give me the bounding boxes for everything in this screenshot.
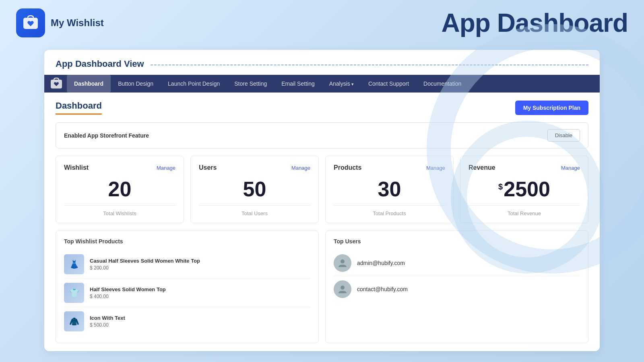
feature-bar-label: Enabled App Storefront Feature	[64, 132, 149, 139]
user-avatar-icon-2	[337, 284, 348, 295]
product-info-2: Half Sleeves Solid Women Top $ 400.00	[90, 286, 310, 299]
stat-card-products: Products Manage 30 Total Products	[325, 156, 454, 223]
svg-point-2	[341, 259, 345, 263]
product-name-2: Half Sleeves Solid Women Top	[90, 286, 310, 292]
card-header-title: App Dashboard View	[56, 59, 144, 69]
brand-logo-icon	[22, 14, 39, 31]
nav-item-contact-support[interactable]: Contact Support	[361, 75, 416, 93]
user-avatar-1	[334, 254, 351, 272]
subscription-plan-button[interactable]: My Subscription Plan	[515, 101, 588, 115]
product-info-1: Casual Half Sleeves Solid Women White To…	[90, 258, 310, 271]
brand-name: My Wishlist	[51, 17, 104, 29]
nav-item-button-design[interactable]: Button Design	[111, 75, 161, 93]
feature-bar: Enabled App Storefront Feature Disable	[56, 122, 588, 148]
stat-card-header-wishlist: Wishlist Manage	[64, 164, 175, 171]
top-users-title: Top Users	[334, 238, 580, 245]
nav-item-launch-point[interactable]: Launch Point Design	[161, 75, 227, 93]
top-header: My Wishlist App Dashboard	[0, 0, 644, 46]
stat-divider-wishlist	[64, 205, 175, 206]
brand-logo	[16, 8, 45, 37]
nav-item-documentation[interactable]: Documentation	[416, 75, 469, 93]
nav-item-store-setting[interactable]: Store Setting	[227, 75, 274, 93]
top-wishlist-products-title: Top Wishlist Products	[64, 238, 310, 245]
nav-item-analysis[interactable]: Analysis	[322, 75, 361, 93]
stats-grid: Wishlist Manage 20 Total Wishlists Users…	[56, 156, 588, 223]
navbar-logo-icon	[50, 77, 63, 90]
stat-manage-users[interactable]: Manage	[291, 165, 310, 171]
user-item-1: admin@hubify.com	[334, 250, 580, 276]
product-item-3: 🧥 Icon With Text $ 500.00	[64, 307, 310, 335]
top-wishlist-products-card: Top Wishlist Products 👗 Casual Half Slee…	[56, 230, 319, 343]
navbar-logo	[47, 75, 65, 93]
product-thumb-1: 👗	[64, 254, 84, 274]
dashboard-title: Dashboard	[56, 101, 102, 115]
user-email-1: admin@hubify.com	[357, 260, 405, 266]
product-price-3: $ 500.00	[90, 322, 310, 328]
product-item-2: 👕 Half Sleeves Solid Women Top $ 400.00	[64, 279, 310, 307]
stat-card-header-revenue: Revenue Manage	[469, 164, 580, 171]
dashboard-title-row: Dashboard My Subscription Plan	[56, 101, 588, 115]
stat-label-revenue: Total Revenue	[469, 210, 580, 216]
product-thumb-2: 👕	[64, 283, 84, 303]
product-name-3: Icon With Text	[90, 315, 310, 321]
nav-item-email-setting[interactable]: Email Setting	[274, 75, 322, 93]
bottom-grid: Top Wishlist Products 👗 Casual Half Slee…	[56, 230, 588, 343]
stat-title-products: Products	[334, 164, 361, 171]
product-name-1: Casual Half Sleeves Solid Women White To…	[90, 258, 310, 264]
stat-manage-wishlist[interactable]: Manage	[157, 165, 175, 171]
stat-label-wishlist: Total Wishlists	[64, 210, 175, 216]
user-email-2: contact@hubify.com	[357, 286, 408, 292]
user-avatar-icon-1	[337, 257, 348, 269]
brand: My Wishlist	[16, 8, 104, 37]
svg-point-3	[341, 286, 345, 290]
dashboard-section: Dashboard My Subscription Plan Enabled A…	[44, 93, 600, 351]
user-item-2: contact@hubify.com	[334, 276, 580, 302]
stat-title-wishlist: Wishlist	[64, 164, 89, 171]
product-info-3: Icon With Text $ 500.00	[90, 315, 310, 328]
stat-divider-products	[334, 205, 445, 206]
nav-item-dashboard[interactable]: Dashboard	[67, 75, 111, 93]
stat-manage-revenue[interactable]: Manage	[561, 165, 580, 171]
stat-divider-revenue	[469, 205, 580, 206]
stat-title-users: Users	[199, 164, 217, 171]
disable-button[interactable]: Disable	[547, 129, 580, 142]
user-avatar-2	[334, 280, 351, 298]
stat-value-users: 50	[199, 179, 310, 200]
main-card: App Dashboard View Dashboard Button Desi…	[44, 50, 600, 351]
stat-card-revenue: Revenue Manage $ 2500 Total Revenue	[460, 156, 588, 223]
stat-card-header-users: Users Manage	[199, 164, 310, 171]
stat-card-wishlist: Wishlist Manage 20 Total Wishlists	[56, 156, 184, 223]
stat-title-revenue: Revenue	[469, 164, 495, 171]
stat-divider-users	[199, 205, 310, 206]
stat-value-revenue: $ 2500	[469, 179, 580, 200]
stat-label-products: Total Products	[334, 210, 445, 216]
stat-value-wishlist: 20	[64, 179, 175, 200]
card-header: App Dashboard View	[44, 50, 600, 69]
navbar: Dashboard Button Design Launch Point Des…	[44, 75, 600, 93]
currency-symbol: $	[498, 183, 503, 191]
top-users-card: Top Users admin@hubify.com	[325, 230, 588, 343]
product-thumb-3: 🧥	[64, 311, 84, 331]
product-price-2: $ 400.00	[90, 294, 310, 299]
stat-card-header-products: Products Manage	[334, 164, 445, 171]
stat-label-users: Total Users	[199, 210, 310, 216]
stat-value-products: 30	[334, 179, 445, 200]
app-dashboard-title: App Dashboard	[442, 8, 628, 38]
product-price-1: $ 200.00	[90, 265, 310, 271]
stat-manage-products[interactable]: Manage	[426, 165, 445, 171]
stat-card-users: Users Manage 50 Total Users	[190, 156, 319, 223]
dashed-divider	[151, 64, 588, 66]
product-item-1: 👗 Casual Half Sleeves Solid Women White …	[64, 250, 310, 279]
